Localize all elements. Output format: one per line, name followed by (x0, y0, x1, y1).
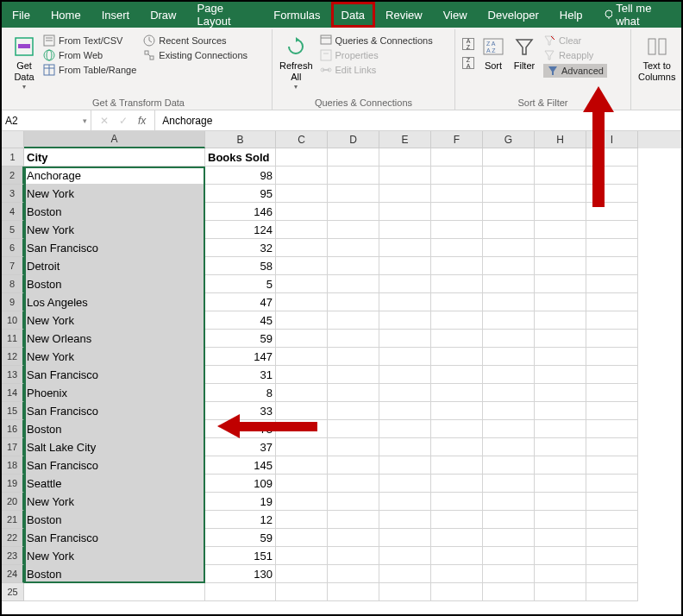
cell[interactable]: New York (24, 311, 205, 330)
cell[interactable]: 12 (205, 511, 276, 529)
cell[interactable] (535, 148, 586, 167)
tab-developer[interactable]: Developer (478, 2, 549, 28)
cell[interactable] (586, 257, 638, 275)
row-header[interactable]: 17 (2, 438, 24, 456)
sort-button[interactable]: Z AA Z Sort (478, 33, 509, 73)
cell[interactable] (483, 330, 535, 348)
row-header[interactable]: 12 (2, 348, 24, 366)
cell[interactable] (379, 257, 431, 275)
cell[interactable]: Boston (24, 203, 205, 221)
cell[interactable] (379, 148, 431, 167)
cell[interactable] (535, 185, 586, 203)
cell[interactable] (586, 348, 638, 366)
cell[interactable]: San Francisco (24, 402, 205, 420)
cell[interactable] (431, 402, 483, 420)
cell[interactable] (276, 583, 328, 601)
cell[interactable] (535, 330, 586, 348)
cell[interactable] (379, 493, 431, 511)
row-header[interactable]: 24 (2, 565, 24, 583)
cell[interactable] (276, 311, 328, 330)
text-to-columns-button[interactable]: Text to Columns (635, 33, 679, 85)
cell[interactable] (276, 511, 328, 529)
cell[interactable] (276, 239, 328, 257)
filter-button[interactable]: Filter (509, 33, 540, 73)
row-header[interactable]: 1 (2, 148, 24, 167)
cell[interactable] (328, 402, 379, 420)
cell[interactable] (205, 583, 276, 601)
tab-draw[interactable]: Draw (140, 2, 186, 28)
cell[interactable]: Anchorage (24, 167, 205, 185)
cell[interactable] (379, 547, 431, 565)
cell[interactable] (586, 293, 638, 311)
enter-formula-icon[interactable]: ✓ (119, 115, 128, 127)
cell[interactable]: 5 (205, 275, 276, 293)
cell[interactable]: Los Angeles (24, 293, 205, 311)
cell[interactable] (328, 330, 379, 348)
cell[interactable] (328, 475, 379, 493)
cell[interactable] (483, 529, 535, 547)
cell[interactable] (535, 348, 586, 366)
cell[interactable]: Boston (24, 275, 205, 293)
cell[interactable]: New York (24, 493, 205, 511)
cell[interactable]: 147 (205, 348, 276, 366)
cell[interactable]: 58 (205, 257, 276, 275)
cell[interactable] (586, 330, 638, 348)
cell[interactable] (535, 583, 586, 601)
tab-help[interactable]: Help (549, 2, 593, 28)
cell[interactable] (276, 293, 328, 311)
row-header[interactable]: 9 (2, 293, 24, 311)
cell[interactable]: Boston (24, 511, 205, 529)
cell[interactable] (431, 275, 483, 293)
cell[interactable] (328, 185, 379, 203)
cell[interactable] (586, 239, 638, 257)
col-header-H[interactable]: H (535, 131, 586, 148)
cell[interactable] (483, 402, 535, 420)
cell[interactable] (535, 239, 586, 257)
cell[interactable] (483, 293, 535, 311)
cell[interactable]: 59 (205, 330, 276, 348)
cell[interactable] (535, 475, 586, 493)
cell[interactable]: New York (24, 221, 205, 239)
cell[interactable] (328, 348, 379, 366)
cell[interactable] (328, 547, 379, 565)
cell[interactable] (535, 420, 586, 438)
cell[interactable] (535, 384, 586, 402)
cell[interactable] (431, 348, 483, 366)
cell[interactable] (276, 257, 328, 275)
cell[interactable] (431, 221, 483, 239)
cell[interactable] (328, 511, 379, 529)
cell[interactable] (431, 384, 483, 402)
cell[interactable] (586, 185, 638, 203)
cell[interactable] (379, 185, 431, 203)
cell[interactable] (586, 311, 638, 330)
cell[interactable] (379, 311, 431, 330)
cell[interactable]: Phoenix (24, 384, 205, 402)
cell[interactable] (586, 275, 638, 293)
cell[interactable] (276, 493, 328, 511)
tab-home[interactable]: Home (41, 2, 91, 28)
cell[interactable] (24, 583, 205, 601)
get-data-button[interactable]: Get Data ▾ (9, 33, 40, 93)
cell[interactable] (586, 547, 638, 565)
tab-review[interactable]: Review (375, 2, 433, 28)
row-header[interactable]: 20 (2, 493, 24, 511)
cell[interactable] (379, 438, 431, 456)
cell[interactable] (328, 366, 379, 384)
cell[interactable] (431, 257, 483, 275)
col-header-D[interactable]: D (328, 131, 379, 148)
cell[interactable] (483, 420, 535, 438)
cell[interactable]: 47 (205, 293, 276, 311)
cell[interactable] (379, 402, 431, 420)
cell[interactable] (431, 185, 483, 203)
cell[interactable] (483, 384, 535, 402)
cell[interactable] (535, 565, 586, 583)
refresh-all-button[interactable]: Refresh All ▾ (276, 33, 316, 93)
cell[interactable] (586, 402, 638, 420)
cell[interactable] (586, 438, 638, 456)
cell[interactable] (276, 221, 328, 239)
cell[interactable] (276, 330, 328, 348)
cell[interactable]: Boston (24, 420, 205, 438)
cell[interactable] (379, 475, 431, 493)
cell[interactable] (483, 475, 535, 493)
from-table-range-button[interactable]: From Table/Range (43, 64, 136, 76)
